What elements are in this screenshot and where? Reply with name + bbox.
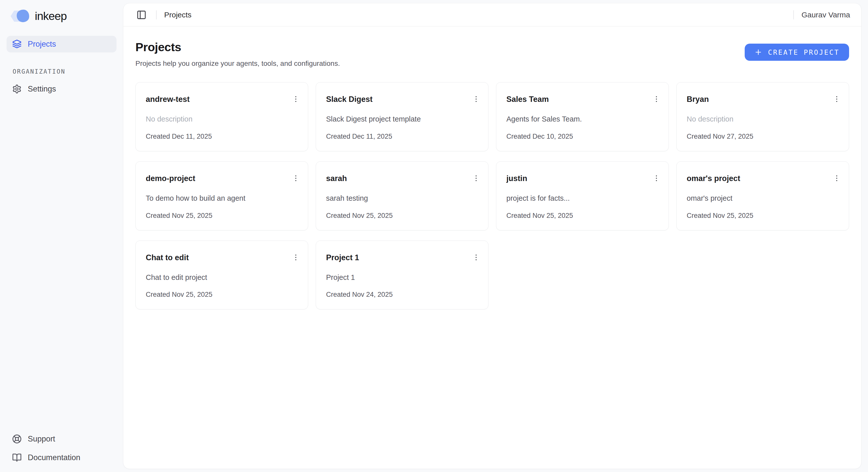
page-subtitle: Projects help you organize your agents, …: [135, 60, 340, 68]
project-name: Bryan: [687, 95, 709, 104]
project-menu-button[interactable]: [831, 172, 843, 184]
sidebar-item-label: Documentation: [28, 453, 81, 462]
project-card[interactable]: sarah sarah testing Created Nov 25, 2025: [316, 161, 489, 230]
project-description: omar's project: [687, 194, 840, 203]
create-project-button[interactable]: CREATE PROJECT: [745, 43, 849, 61]
sidebar-item-projects[interactable]: Projects: [6, 36, 117, 53]
page-title: Projects: [135, 40, 340, 54]
project-description: sarah testing: [326, 194, 479, 203]
project-created-date: Created Nov 25, 2025: [687, 212, 840, 220]
kebab-menu-icon: [472, 95, 480, 103]
project-card[interactable]: Sales Team Agents for Sales Team. Create…: [496, 82, 669, 151]
project-card[interactable]: Slack Digest Slack Digest project templa…: [316, 82, 489, 151]
project-card[interactable]: Chat to edit Chat to edit project Create…: [135, 241, 308, 310]
project-description: To demo how to build an agent: [146, 194, 299, 203]
create-project-button-label: CREATE PROJECT: [768, 49, 839, 56]
sidebar: inkeep Projects ORGANIZATION Settings: [0, 0, 123, 472]
sidebar-footer: Support Documentation: [6, 431, 117, 466]
sidebar-item-label: Support: [28, 434, 55, 443]
project-card[interactable]: Project 1 Project 1 Created Nov 24, 2025: [316, 241, 489, 310]
project-created-date: Created Nov 25, 2025: [146, 291, 299, 298]
sidebar-section-organization: ORGANIZATION: [12, 68, 117, 75]
sidebar-nav: Projects: [6, 36, 117, 53]
project-description: No description: [146, 115, 299, 124]
user-menu[interactable]: Gaurav Varma: [801, 10, 850, 19]
sidebar-toggle-button[interactable]: [134, 8, 149, 22]
kebab-menu-icon: [292, 174, 300, 182]
project-created-date: Created Nov 24, 2025: [326, 291, 479, 298]
page-header: Projects Projects help you organize your…: [135, 40, 849, 68]
layers-icon: [12, 39, 22, 49]
project-name: omar's project: [687, 174, 740, 183]
plus-icon: [754, 48, 762, 56]
project-menu-button[interactable]: [470, 251, 482, 263]
project-menu-button[interactable]: [650, 172, 662, 184]
divider: [793, 10, 794, 20]
sidebar-item-support[interactable]: Support: [6, 431, 117, 447]
project-name: andrew-test: [146, 95, 190, 104]
projects-grid: andrew-test No description Created Dec 1…: [135, 82, 849, 309]
inkeep-logo-icon: [10, 9, 29, 23]
project-card[interactable]: omar's project omar's project Created No…: [676, 161, 849, 230]
project-name: Slack Digest: [326, 95, 372, 104]
project-name: Sales Team: [506, 95, 549, 104]
project-created-date: Created Nov 25, 2025: [326, 212, 479, 220]
main-panel: Projects Gaurav Varma Projects Projects …: [123, 3, 862, 469]
sidebar-item-settings[interactable]: Settings: [6, 81, 117, 97]
top-bar: Projects Gaurav Varma: [123, 3, 861, 27]
project-created-date: Created Dec 11, 2025: [146, 133, 299, 140]
project-menu-button[interactable]: [470, 172, 482, 184]
kebab-menu-icon: [652, 95, 660, 103]
sidebar-item-documentation[interactable]: Documentation: [6, 449, 117, 466]
project-card[interactable]: Bryan No description Created Nov 27, 202…: [676, 82, 849, 151]
project-name: Project 1: [326, 253, 359, 262]
project-created-date: Created Nov 27, 2025: [687, 133, 840, 140]
project-created-date: Created Dec 11, 2025: [326, 133, 479, 140]
project-card[interactable]: demo-project To demo how to build an age…: [135, 161, 308, 230]
kebab-menu-icon: [833, 174, 841, 182]
project-menu-button[interactable]: [831, 93, 843, 105]
lifebuoy-icon: [12, 434, 22, 444]
breadcrumb: Projects: [164, 10, 191, 19]
kebab-menu-icon: [292, 253, 300, 261]
brand-logo[interactable]: inkeep: [6, 6, 117, 23]
project-name: demo-project: [146, 174, 195, 183]
project-menu-button[interactable]: [650, 93, 662, 105]
project-name: Chat to edit: [146, 253, 189, 262]
project-description: Project 1: [326, 273, 479, 282]
kebab-menu-icon: [292, 95, 300, 103]
kebab-menu-icon: [833, 95, 841, 103]
project-created-date: Created Dec 10, 2025: [506, 133, 659, 140]
book-open-icon: [12, 453, 22, 463]
project-created-date: Created Nov 25, 2025: [146, 212, 299, 220]
kebab-menu-icon: [472, 253, 480, 261]
project-created-date: Created Nov 25, 2025: [506, 212, 659, 220]
project-description: Agents for Sales Team.: [506, 115, 659, 124]
project-menu-button[interactable]: [290, 251, 302, 263]
project-card[interactable]: justin project is for facts... Created N…: [496, 161, 669, 230]
projects-page: Projects Projects help you organize your…: [123, 27, 861, 469]
sidebar-item-label: Settings: [28, 85, 56, 94]
project-card[interactable]: andrew-test No description Created Dec 1…: [135, 82, 308, 151]
project-menu-button[interactable]: [290, 172, 302, 184]
project-description: No description: [687, 115, 840, 124]
project-description: Chat to edit project: [146, 273, 299, 282]
project-description: project is for facts...: [506, 194, 659, 203]
panel-left-icon: [136, 10, 147, 20]
divider: [156, 10, 157, 20]
kebab-menu-icon: [652, 174, 660, 182]
sidebar-item-label: Projects: [28, 39, 56, 49]
project-name: justin: [506, 174, 527, 183]
gear-icon: [12, 84, 22, 94]
project-description: Slack Digest project template: [326, 115, 479, 124]
kebab-menu-icon: [472, 174, 480, 182]
project-name: sarah: [326, 174, 347, 183]
project-menu-button[interactable]: [290, 93, 302, 105]
brand-name: inkeep: [35, 9, 67, 23]
project-menu-button[interactable]: [470, 93, 482, 105]
